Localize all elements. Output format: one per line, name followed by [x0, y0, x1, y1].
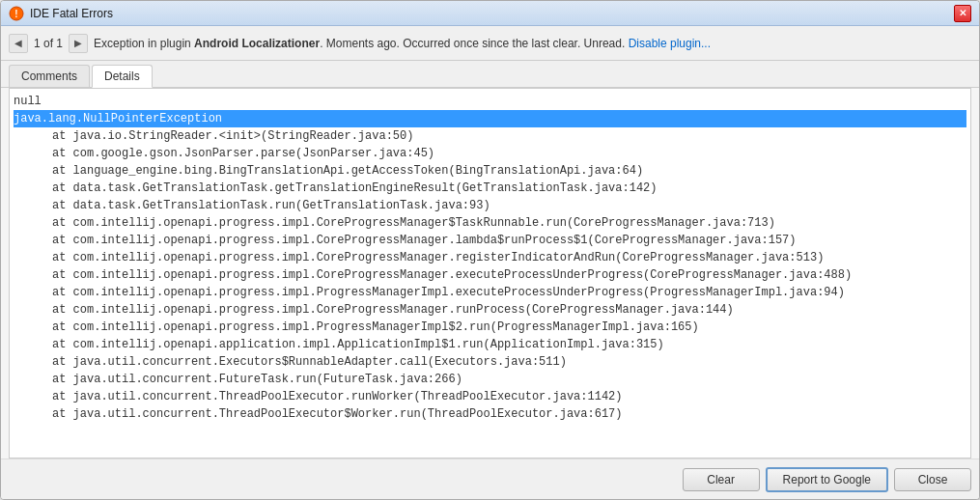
close-button[interactable]: Close	[894, 468, 971, 491]
toolbar: ◀ 1 of 1 ▶ Exception in plugin Android L…	[1, 26, 979, 61]
tabs-bar: Comments Details	[1, 61, 979, 88]
stacktrace-line: at java.util.concurrent.ThreadPoolExecut…	[14, 405, 966, 423]
stacktrace-line: at com.intellij.openapi.progress.impl.Co…	[14, 249, 966, 266]
stacktrace-content[interactable]: null java.lang.NullPointerException at j…	[9, 88, 971, 458]
disable-plugin-link[interactable]: Disable plugin...	[629, 37, 711, 50]
stacktrace-line: at com.intellij.openapi.progress.impl.Co…	[14, 232, 966, 249]
tab-comments[interactable]: Comments	[9, 65, 90, 87]
window-title: IDE Fatal Errors	[30, 7, 113, 20]
info-prefix: Exception in plugin	[94, 37, 194, 50]
stacktrace-line: at com.intellij.openapi.progress.impl.Pr…	[14, 284, 966, 301]
warning-icon: !	[9, 6, 24, 21]
footer: Clear Report to Google Close	[1, 458, 979, 499]
exception-info: Exception in plugin Android Localization…	[94, 37, 971, 50]
title-bar-left: ! IDE Fatal Errors	[9, 6, 113, 21]
stacktrace-line: at com.intellij.openapi.progress.impl.Pr…	[14, 319, 966, 336]
next-button[interactable]: ▶	[69, 34, 88, 53]
title-bar: ! IDE Fatal Errors ✕	[1, 1, 979, 26]
svg-text:!: !	[14, 9, 17, 19]
stacktrace-line: at java.util.concurrent.ThreadPoolExecut…	[14, 388, 966, 405]
exception-counter: 1 of 1	[34, 37, 63, 50]
plugin-name: Android Localizationer	[194, 37, 320, 50]
stacktrace-line: at com.intellij.openapi.progress.impl.Co…	[14, 301, 966, 319]
stacktrace-line: at data.task.GetTranslationTask.run(GetT…	[14, 197, 966, 214]
stacktrace-line: at com.google.gson.JsonParser.parse(Json…	[14, 145, 966, 162]
report-to-google-button[interactable]: Report to Google	[766, 467, 888, 492]
stacktrace-line: at com.intellij.openapi.progress.impl.Co…	[14, 266, 966, 284]
stacktrace-line: at data.task.GetTranslationTask.getTrans…	[14, 180, 966, 197]
stacktrace-line: at java.util.concurrent.FutureTask.run(F…	[14, 371, 966, 388]
clear-button[interactable]: Clear	[683, 468, 760, 491]
ide-fatal-errors-window: ! IDE Fatal Errors ✕ ◀ 1 of 1 ▶ Exceptio…	[0, 0, 980, 500]
stacktrace-line: at java.util.concurrent.Executors$Runnab…	[14, 353, 966, 371]
stacktrace-line: at java.io.StringReader.<init>(StringRea…	[14, 127, 966, 145]
stacktrace-line: at com.intellij.openapi.progress.impl.Co…	[14, 214, 966, 232]
window-close-button[interactable]: ✕	[954, 5, 971, 22]
prev-button[interactable]: ◀	[9, 34, 28, 53]
stacktrace-null: null	[14, 93, 966, 110]
tab-details[interactable]: Details	[92, 65, 153, 88]
stacktrace-exception: java.lang.NullPointerException	[14, 110, 966, 127]
stacktrace-line: at com.intellij.openapi.application.impl…	[14, 336, 966, 353]
info-suffix: . Moments ago. Occurred once since the l…	[320, 37, 625, 50]
stacktrace-line: at language_engine.bing.BingTranslationA…	[14, 162, 966, 180]
